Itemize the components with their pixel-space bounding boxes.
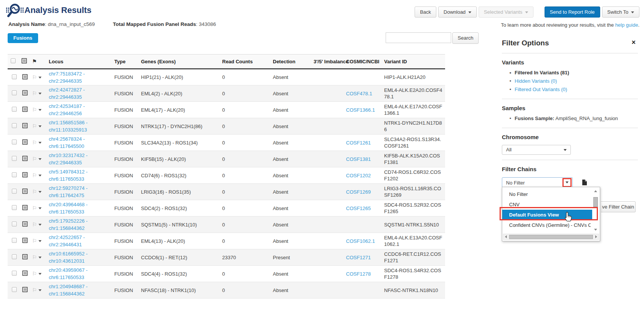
row-flag-menu[interactable]: ⚐ bbox=[32, 189, 42, 195]
locus-link[interactable]: chr2:42534187 -chr2:29446256 bbox=[49, 103, 85, 116]
row-checkbox[interactable] bbox=[12, 238, 17, 243]
cosmic-link[interactable]: COSF1381 bbox=[346, 156, 371, 162]
row-checkbox[interactable] bbox=[12, 271, 17, 276]
dropdown-vertical-scrollbar[interactable] bbox=[593, 189, 599, 231]
scroll-left-icon[interactable] bbox=[505, 235, 507, 238]
back-button[interactable]: Back bbox=[415, 6, 436, 18]
row-checkbox[interactable] bbox=[12, 90, 17, 95]
locus-link[interactable]: chr5:179252226 -chr1:156844362 bbox=[49, 218, 88, 231]
row-detail-icon[interactable] bbox=[22, 123, 28, 128]
download-button[interactable]: Download bbox=[438, 6, 477, 18]
col-cosmic-ncbi[interactable]: COSMIC/NCBI bbox=[343, 55, 381, 69]
search-button[interactable]: Search bbox=[452, 32, 479, 44]
tab-fusions[interactable]: Fusions bbox=[8, 33, 38, 43]
row-checkbox[interactable] bbox=[12, 107, 17, 112]
row-flag-menu[interactable]: ⚐ bbox=[32, 140, 42, 146]
new-filter-chain-icon[interactable] bbox=[582, 179, 587, 187]
col-imbalance[interactable]: 3'/5' Imbalance bbox=[311, 55, 343, 69]
row-detail-icon[interactable] bbox=[22, 287, 28, 292]
row-detail-icon[interactable] bbox=[22, 74, 28, 80]
cosmic-link[interactable]: COSF1271 bbox=[346, 255, 371, 260]
dropdown-horizontal-scrollbar[interactable] bbox=[503, 234, 599, 240]
row-flag-menu[interactable]: ⚐ bbox=[32, 173, 42, 178]
row-detail-icon[interactable] bbox=[22, 90, 28, 96]
row-detail-icon[interactable] bbox=[22, 188, 28, 194]
row-detail-icon[interactable] bbox=[22, 254, 28, 260]
scroll-down-icon[interactable] bbox=[594, 229, 597, 231]
cosmic-link[interactable]: COSF478.1 bbox=[346, 91, 372, 96]
row-detail-icon[interactable] bbox=[22, 221, 28, 227]
filter-chain-option[interactable]: Confident CNVs (Germline) - CNVs Only bbox=[502, 220, 591, 230]
close-icon[interactable]: × bbox=[631, 39, 636, 46]
cosmic-link[interactable]: COSF1269 bbox=[346, 189, 371, 195]
col-variant-id[interactable]: Variant ID bbox=[381, 55, 445, 69]
row-detail-icon[interactable] bbox=[22, 205, 28, 210]
locus-link[interactable]: chr2:42522657 -chr2:29446431 bbox=[49, 234, 85, 247]
row-checkbox[interactable] bbox=[12, 254, 17, 259]
chromosome-select[interactable]: All bbox=[502, 145, 571, 155]
locus-link[interactable]: chr2:42472827 -chr2:29446335 bbox=[49, 87, 85, 100]
locus-link[interactable]: chr10:32317432 -chr2:29446335 bbox=[49, 152, 88, 165]
cosmic-link[interactable]: COSF1202 bbox=[346, 173, 371, 178]
row-flag-menu[interactable]: ⚐ bbox=[32, 205, 42, 211]
row-flag-menu[interactable]: ⚐ bbox=[32, 255, 42, 260]
select-all-checkbox[interactable] bbox=[11, 58, 16, 63]
row-checkbox[interactable] bbox=[12, 172, 17, 177]
col-type[interactable]: Type bbox=[111, 55, 138, 69]
row-flag-menu[interactable]: ⚐ bbox=[32, 222, 42, 228]
row-flag-menu[interactable]: ⚐ bbox=[32, 107, 42, 113]
row-checkbox[interactable] bbox=[12, 156, 17, 161]
cosmic-link[interactable]: COSF1062.1 bbox=[346, 238, 375, 244]
row-flag-menu[interactable]: ⚐ bbox=[32, 156, 42, 162]
send-to-report-role-button[interactable]: Send to Report Role bbox=[545, 6, 600, 18]
search-input[interactable] bbox=[386, 32, 451, 43]
locus-link[interactable]: chr12:59270274 -chr6:117642475 bbox=[49, 185, 88, 198]
filtered-out-variants-link[interactable]: Filtered Out Variants (0) bbox=[509, 87, 638, 92]
cosmic-link[interactable]: COSF1265 bbox=[346, 205, 371, 211]
row-checkbox[interactable] bbox=[12, 189, 17, 194]
row-detail-icon[interactable] bbox=[22, 238, 28, 243]
row-checkbox[interactable] bbox=[12, 74, 17, 79]
row-detail-icon[interactable] bbox=[22, 172, 28, 178]
row-checkbox[interactable] bbox=[12, 221, 17, 226]
cosmic-link[interactable]: COSF1261 bbox=[346, 140, 371, 146]
locus-link[interactable]: chr5:149784312 -chr6:117650533 bbox=[49, 169, 88, 182]
row-detail-icon[interactable] bbox=[22, 156, 28, 161]
row-flag-menu[interactable]: ⚐ bbox=[32, 287, 42, 293]
scrollbar-thumb[interactable] bbox=[593, 197, 598, 207]
row-detail-icon[interactable] bbox=[22, 139, 28, 145]
row-checkbox[interactable] bbox=[12, 205, 17, 210]
selected-variants-button[interactable]: Selected Variants bbox=[479, 6, 533, 18]
locus-link[interactable]: chr4:25678324 -chr6:117645500 bbox=[49, 136, 85, 149]
locus-link[interactable]: chr1:156851586 -chr11:103325913 bbox=[49, 120, 88, 133]
locus-link[interactable]: chr20:43959067 -chr6:117650533 bbox=[49, 267, 88, 280]
locus-link[interactable]: chr10:61665952 -chr10:43612031 bbox=[49, 251, 88, 264]
row-detail-icon[interactable] bbox=[22, 270, 28, 276]
row-checkbox[interactable] bbox=[12, 123, 17, 128]
col-genes[interactable]: Genes (Exons) bbox=[138, 55, 219, 69]
switch-to-button[interactable]: Switch To bbox=[602, 6, 639, 18]
row-checkbox[interactable] bbox=[12, 140, 17, 144]
locus-link[interactable]: chr20:43964468 -chr6:117650533 bbox=[49, 202, 88, 215]
col-read-counts[interactable]: Read Counts bbox=[219, 55, 270, 69]
scroll-up-icon[interactable] bbox=[594, 190, 597, 192]
row-flag-menu[interactable]: ⚐ bbox=[32, 75, 42, 80]
cosmic-link[interactable]: COSF1366.1 bbox=[346, 107, 375, 113]
row-detail-icon[interactable] bbox=[22, 106, 28, 112]
help-guide-link[interactable]: help guide bbox=[615, 22, 638, 28]
col-locus[interactable]: Locus bbox=[46, 55, 111, 69]
filter-chain-option[interactable]: CNV bbox=[502, 199, 591, 210]
locus-link[interactable]: chr1:204948687 -chr1:156844362 bbox=[49, 284, 88, 297]
locus-link[interactable]: chr7:75183472 -chr2:29446335 bbox=[49, 71, 85, 84]
row-flag-menu[interactable]: ⚐ bbox=[32, 238, 42, 244]
col-detection[interactable]: Detection bbox=[270, 55, 311, 69]
cosmic-link[interactable]: COSF1278 bbox=[346, 271, 371, 277]
filter-chain-option[interactable]: No Filter bbox=[502, 189, 591, 199]
row-flag-menu[interactable]: ⚐ bbox=[32, 124, 42, 129]
scrollbar-thumb[interactable] bbox=[509, 235, 593, 239]
row-flag-menu[interactable]: ⚐ bbox=[32, 91, 42, 96]
hidden-variants-link[interactable]: Hidden Variants (0) bbox=[509, 78, 638, 84]
row-flag-menu[interactable]: ⚐ bbox=[32, 271, 42, 277]
scroll-right-icon[interactable] bbox=[595, 235, 597, 238]
filter-chain-option[interactable]: Default Fusions View bbox=[502, 210, 592, 220]
